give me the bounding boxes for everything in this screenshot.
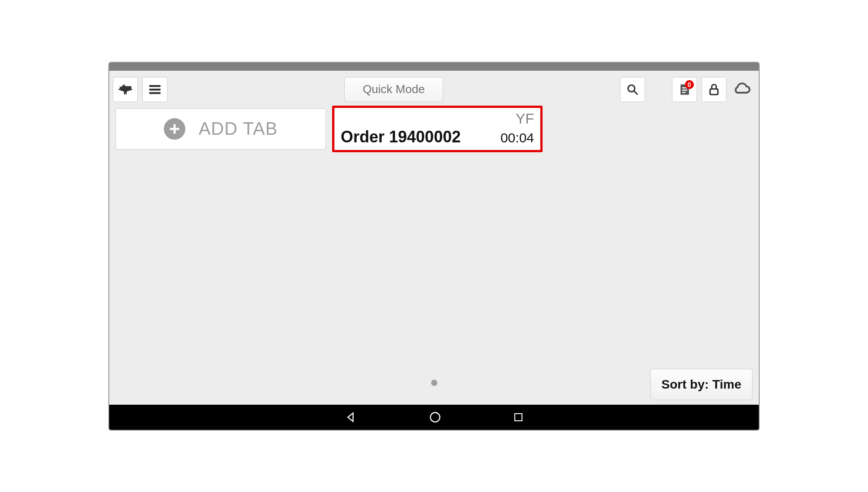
order-card-top: YF [341,111,534,127]
device-frame: Quick Mode [108,62,760,431]
svg-rect-7 [682,92,686,93]
quick-mode-button[interactable]: Quick Mode [344,77,443,102]
toolbar-right: 0 [620,77,753,102]
order-card-bottom: Order 19400002 00:04 [341,128,534,146]
back-button[interactable] [113,77,138,102]
back-arrow-icon [117,81,133,98]
status-bar [109,63,759,71]
search-icon [626,83,639,96]
tabs-row: ADD TAB YF Order 19400002 00:04 [109,108,759,152]
hamburger-icon [147,82,162,97]
plus-icon [164,118,185,140]
svg-point-11 [430,412,440,422]
toolbar: Quick Mode [109,71,759,107]
receipts-button[interactable]: 0 [672,77,697,102]
order-card[interactable]: YF Order 19400002 00:04 [332,106,543,152]
order-elapsed-time: 00:04 [500,130,534,145]
svg-rect-0 [149,85,161,87]
svg-rect-10 [170,128,179,130]
cloud-status-icon [731,79,753,100]
svg-rect-1 [149,88,161,90]
svg-rect-6 [682,90,687,91]
nav-home-icon[interactable] [429,411,441,424]
add-tab-button[interactable]: ADD TAB [115,108,326,150]
svg-line-4 [634,91,638,94]
quick-mode-label: Quick Mode [363,82,425,96]
receipt-badge: 0 [685,80,694,89]
lock-icon [707,83,721,96]
nav-recent-icon[interactable] [513,412,524,423]
svg-rect-12 [515,414,522,421]
search-button[interactable] [620,77,645,102]
toolbar-center: Quick Mode [172,77,616,102]
sort-button[interactable]: Sort by: Time [650,369,753,400]
svg-point-3 [628,85,635,92]
svg-rect-8 [710,89,718,94]
content-area: Sort by: Time [109,152,759,405]
sort-label: Sort by: Time [662,377,741,391]
order-initials: YF [516,111,534,127]
lock-button[interactable] [701,77,727,102]
svg-rect-2 [149,92,161,94]
menu-button[interactable] [142,77,167,102]
order-title: Order 19400002 [341,128,461,146]
page-indicator-dot [431,380,437,386]
nav-back-icon[interactable] [345,411,357,424]
add-tab-label: ADD TAB [199,119,278,139]
android-nav-bar [109,405,759,430]
